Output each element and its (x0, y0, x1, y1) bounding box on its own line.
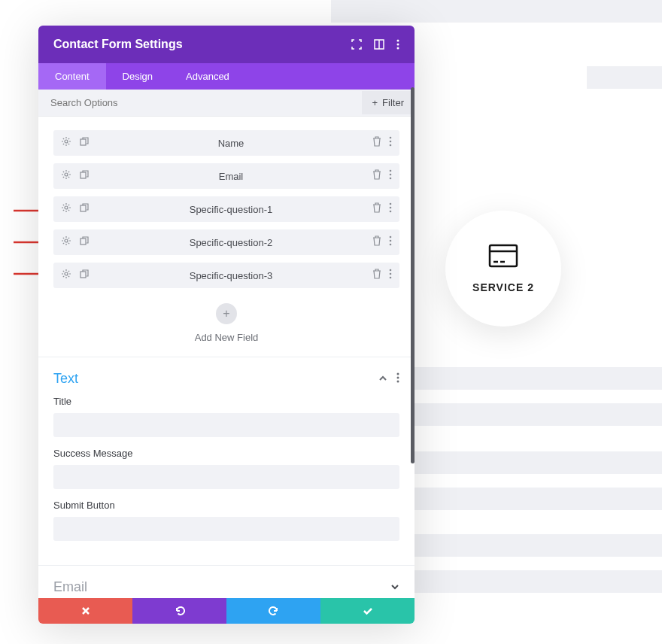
scrollbar-thumb[interactable] (411, 87, 415, 463)
text-input[interactable] (53, 465, 399, 489)
svg-point-15 (390, 141, 392, 143)
gear-icon[interactable] (61, 202, 71, 216)
modal-title: Contact Form Settings (53, 38, 183, 51)
section-more-icon[interactable] (396, 372, 399, 386)
svg-point-30 (390, 240, 392, 242)
add-field-button[interactable]: + (216, 303, 237, 324)
svg-point-39 (397, 380, 399, 382)
add-field-label: Add New Field (38, 332, 415, 343)
email-section-title[interactable]: Email (53, 579, 87, 595)
chevron-down-icon[interactable] (390, 581, 399, 594)
svg-point-27 (65, 239, 68, 242)
tab-advanced[interactable]: Advanced (169, 63, 246, 90)
field-row[interactable]: Email (53, 163, 399, 189)
save-button[interactable] (320, 598, 415, 624)
email-section: Email (38, 565, 415, 598)
search-bar: + Filter (38, 90, 415, 117)
svg-point-31 (390, 244, 392, 246)
plus-icon: + (372, 97, 378, 108)
cancel-button[interactable] (38, 598, 132, 624)
modal-footer (38, 598, 415, 624)
input-label: Success Message (53, 448, 399, 459)
svg-point-17 (65, 173, 68, 176)
search-input[interactable] (38, 90, 362, 116)
gear-icon[interactable] (61, 269, 71, 282)
svg-point-25 (390, 207, 392, 209)
more-icon[interactable] (389, 269, 392, 282)
duplicate-icon[interactable] (79, 169, 90, 183)
svg-rect-0 (490, 245, 517, 266)
service-label: SERVICE 2 (472, 281, 534, 293)
svg-point-26 (390, 211, 392, 213)
filter-button[interactable]: + Filter (362, 91, 415, 114)
field-row[interactable]: Specific-question-3 (53, 263, 399, 288)
more-icon[interactable] (389, 169, 392, 183)
chevron-up-icon[interactable] (378, 372, 387, 386)
input-label: Submit Button (53, 500, 399, 511)
scrollbar-track[interactable] (411, 87, 415, 598)
svg-point-21 (390, 178, 392, 180)
svg-point-24 (390, 203, 392, 205)
svg-rect-18 (80, 172, 86, 178)
field-label: Specific-question-1 (90, 204, 372, 215)
svg-rect-28 (80, 238, 86, 245)
field-label: Specific-question-3 (90, 270, 372, 281)
svg-point-19 (390, 170, 392, 172)
form-group: Success Message (53, 448, 399, 489)
svg-point-9 (397, 40, 399, 42)
settings-modal: Contact Form Settings ContentDesignAdvan… (38, 26, 415, 624)
duplicate-icon[interactable] (79, 202, 90, 216)
add-field-row: + Add New Field (38, 296, 415, 357)
expand-icon[interactable] (351, 39, 362, 50)
gear-icon[interactable] (61, 235, 71, 249)
svg-point-38 (397, 376, 399, 378)
modal-header: Contact Form Settings (38, 26, 415, 63)
svg-point-29 (390, 236, 392, 238)
svg-point-22 (65, 206, 68, 209)
text-input[interactable] (53, 517, 399, 541)
field-row[interactable]: Specific-question-2 (53, 229, 399, 255)
svg-point-36 (390, 277, 392, 279)
more-icon[interactable] (389, 202, 392, 216)
service-card[interactable]: SERVICE 2 (445, 211, 561, 327)
form-group: Submit Button (53, 500, 399, 541)
gear-icon[interactable] (61, 169, 71, 183)
input-label: Title (53, 396, 399, 407)
trash-icon[interactable] (372, 235, 381, 249)
tab-content[interactable]: Content (38, 63, 106, 90)
svg-point-37 (397, 372, 399, 375)
responsive-icon[interactable] (374, 39, 384, 50)
svg-point-16 (390, 144, 392, 147)
tabs: ContentDesignAdvanced (38, 63, 415, 90)
field-label: Specific-question-2 (90, 237, 372, 248)
redo-button[interactable] (226, 598, 320, 624)
text-input[interactable] (53, 413, 399, 437)
tab-design[interactable]: Design (106, 63, 169, 90)
svg-point-10 (397, 44, 399, 46)
field-label: Email (90, 171, 372, 182)
filter-label: Filter (382, 97, 404, 108)
svg-point-20 (390, 174, 392, 176)
duplicate-icon[interactable] (79, 235, 90, 249)
duplicate-icon[interactable] (79, 136, 90, 150)
trash-icon[interactable] (372, 202, 381, 216)
text-section-title[interactable]: Text (53, 371, 78, 387)
field-row[interactable]: Specific-question-1 (53, 196, 399, 222)
gear-icon[interactable] (61, 136, 71, 150)
more-icon[interactable] (389, 136, 392, 150)
field-row[interactable]: Name (53, 130, 399, 156)
svg-rect-23 (80, 205, 86, 211)
svg-point-11 (397, 47, 399, 50)
svg-rect-33 (80, 272, 86, 278)
trash-icon[interactable] (372, 269, 381, 282)
field-label: Name (90, 138, 372, 149)
undo-button[interactable] (132, 598, 226, 624)
duplicate-icon[interactable] (79, 269, 90, 282)
trash-icon[interactable] (372, 136, 381, 150)
svg-point-34 (390, 269, 392, 272)
svg-point-12 (65, 140, 68, 143)
trash-icon[interactable] (372, 169, 381, 183)
more-icon[interactable] (389, 235, 392, 249)
more-icon[interactable] (396, 39, 399, 50)
text-section: Text TitleSuccess MessageSubmit Button (38, 357, 415, 565)
